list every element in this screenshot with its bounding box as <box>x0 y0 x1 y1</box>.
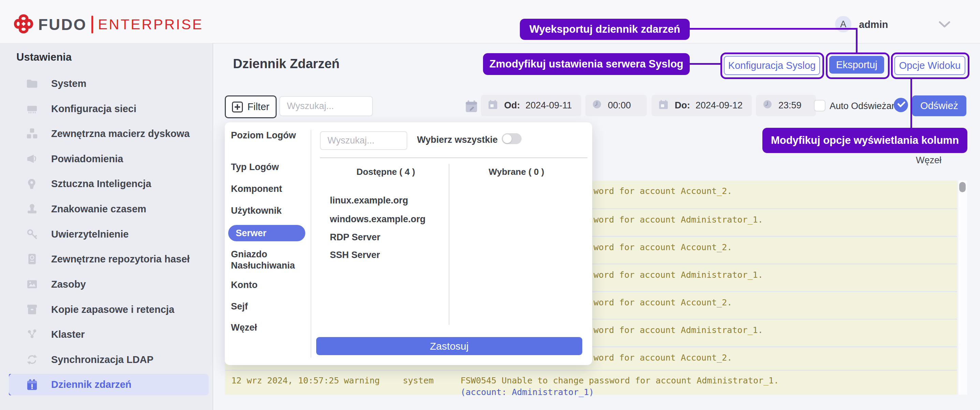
column-header-node[interactable]: Węzeł <box>916 155 942 166</box>
log-scrollbar-track[interactable] <box>958 180 967 395</box>
sidebar-item-password-repositories[interactable]: Zewnętrzne repozytoria haseł <box>0 248 213 270</box>
sidebar-item-ldap-sync[interactable]: Synchronizacja LDAP <box>0 349 213 370</box>
sidebar-item-system[interactable]: System <box>0 73 213 94</box>
ldap-sync-icon <box>25 353 39 366</box>
columns-callout: Modyfikuj opcje wyświetlania kolumn <box>762 128 967 153</box>
key-icon <box>25 227 39 241</box>
user-menu-chevron-down-icon[interactable] <box>939 21 950 29</box>
time-to-field[interactable]: 23:59 <box>756 95 816 116</box>
timestamp-icon <box>25 202 39 216</box>
calendar-icon <box>487 98 499 113</box>
available-item[interactable]: linux.example.org <box>330 195 408 206</box>
available-items-header: Dostępne ( 4 ) <box>321 167 450 177</box>
available-item[interactable]: SSH Server <box>330 250 380 260</box>
selected-items-header: Wybrane ( 0 ) <box>452 167 581 177</box>
user-avatar[interactable]: A <box>835 16 851 32</box>
network-icon <box>25 102 39 116</box>
sidebar-item-timestamping[interactable]: Znakowanie czasem <box>0 198 213 220</box>
sidebar-item-notifications[interactable]: Powiadomienia <box>0 148 213 170</box>
filter-category-log-level[interactable]: Poziom Logów <box>231 130 303 141</box>
logo-text-primary: FUDO <box>38 15 87 34</box>
filter-category-listener[interactable]: Gniazdo Nasłuchiwania <box>231 249 303 271</box>
app-logo: FUDO ENTERPRISE <box>14 14 203 35</box>
available-item[interactable]: RDP Server <box>330 232 380 243</box>
time-from-value: 00:00 <box>608 100 631 111</box>
event-log-page: FUDO ENTERPRISE A admin Ustawienia Syste… <box>0 0 980 410</box>
annotation-connector <box>690 63 721 65</box>
annotation-connector <box>690 28 858 30</box>
logo-separator <box>91 16 93 33</box>
sidebar-header: Ustawienia <box>16 51 72 63</box>
clock-icon <box>592 99 602 112</box>
sidebar-item-external-storage[interactable]: Zewnętrzna macierz dyskowa <box>0 123 213 144</box>
sidebar-item-event-log[interactable]: Dziennik zdarzeń <box>9 374 209 395</box>
available-item[interactable]: windows.example.org <box>330 214 426 225</box>
auto-refresh-checkbox[interactable] <box>814 100 826 111</box>
annotation-connector <box>856 28 858 52</box>
select-all-toggle[interactable] <box>502 133 522 144</box>
log-row-detailed[interactable]: 12 wrz 2024, 10:57:25 warning system FSW… <box>225 370 957 396</box>
filter-category-user[interactable]: Użytkownik <box>231 205 303 217</box>
filter-category-safe[interactable]: Sejf <box>231 301 303 312</box>
annotation-connector <box>910 79 912 128</box>
log-component: system <box>403 375 434 385</box>
filter-category-component[interactable]: Komponent <box>231 184 303 195</box>
log-search-input[interactable] <box>279 96 373 116</box>
time-from-field[interactable]: 00:00 <box>585 95 647 116</box>
log-level: warning <box>344 375 380 385</box>
sidebar-item-resources[interactable]: Zasoby <box>0 273 213 295</box>
filter-category-log-type[interactable]: Typ Logów <box>231 161 303 173</box>
select-all-label: Wybierz wszystkie <box>416 135 498 145</box>
filter-category-account[interactable]: Konto <box>231 279 303 291</box>
date-from-label: Od: <box>504 100 520 111</box>
export-callout: Wyeksportuj dziennik zdarzeń <box>520 19 690 40</box>
view-options-button-highlight-ring <box>891 52 969 79</box>
megaphone-icon <box>25 152 39 166</box>
log-message-account-link[interactable]: (account: Administrator_1) <box>460 387 594 397</box>
password-repo-icon <box>25 252 39 266</box>
calendar-edit-icon[interactable] <box>464 98 479 115</box>
filter-category-server-active[interactable]: Serwer <box>228 225 305 241</box>
panel-divider <box>449 164 450 325</box>
disk-array-icon <box>25 127 39 141</box>
fudo-logo-icon <box>14 14 33 35</box>
cluster-icon <box>25 328 39 341</box>
refresh-button[interactable]: Odśwież <box>912 95 966 116</box>
apply-button[interactable]: Zastosuj <box>316 337 582 355</box>
username: admin <box>859 19 888 30</box>
sidebar-item-cluster[interactable]: Klaster <box>0 323 213 345</box>
folder-icon <box>25 77 39 90</box>
backup-icon <box>25 302 39 316</box>
auto-refresh-check-icon[interactable] <box>894 98 908 112</box>
filter-category-node[interactable]: Węzeł <box>231 322 303 333</box>
date-to-label: Do: <box>675 100 690 111</box>
sidebar-item-network[interactable]: Konfiguracja sieci <box>0 98 213 120</box>
log-date: 12 wrz 2024, 10:57:25 <box>231 375 339 385</box>
syslog-callout: Zmodyfikuj ustawienia serwera Syslog <box>483 53 690 75</box>
date-to-value: 2024-09-12 <box>695 100 743 111</box>
date-from-field[interactable]: Od: 2024-09-11 <box>481 95 581 116</box>
panel-divider <box>310 130 312 358</box>
panel-divider <box>320 157 587 158</box>
date-to-field[interactable]: Do: 2024-09-12 <box>652 95 752 116</box>
auto-refresh-label: Auto Odświeżanie <box>830 101 904 111</box>
calendar-icon <box>658 98 669 113</box>
log-scrollbar-thumb[interactable] <box>959 182 966 192</box>
time-to-value: 23:59 <box>778 100 802 111</box>
ai-icon <box>25 177 39 190</box>
syslog-button-highlight-ring <box>721 52 824 79</box>
add-filter-icon <box>232 101 243 112</box>
filter-panel: Poziom Logów Typ Logów Komponent Użytkow… <box>225 122 592 365</box>
filter-panel-search-input[interactable] <box>320 131 407 150</box>
event-log-icon <box>25 378 39 392</box>
sidebar-item-ai[interactable]: Sztuczna Inteligencja <box>0 173 213 195</box>
resources-icon <box>25 277 39 291</box>
date-from-value: 2024-09-11 <box>526 100 572 111</box>
log-message: FSW0545 Unable to change password for ac… <box>460 375 779 385</box>
logo-text-secondary: ENTERPRISE <box>98 16 203 33</box>
export-button-highlight-ring <box>826 52 889 79</box>
page-title: Dziennik Zdarzeń <box>233 57 340 71</box>
sidebar-item-backups[interactable]: Kopie zapasowe i retencja <box>0 299 213 320</box>
filter-button[interactable]: Filter <box>225 95 277 118</box>
sidebar-item-authentication[interactable]: Uwierzytelnienie <box>0 223 213 245</box>
